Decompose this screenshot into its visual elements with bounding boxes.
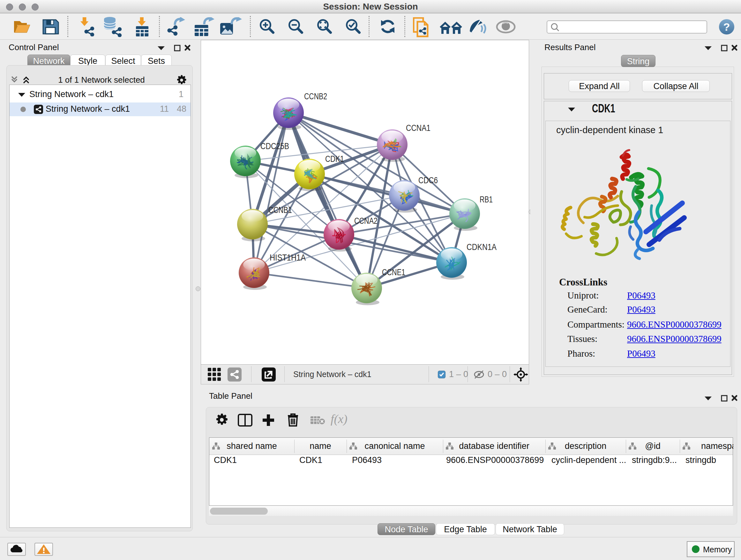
svg-text:CCNA2: CCNA2: [354, 216, 378, 226]
svg-text:CCNE1: CCNE1: [382, 267, 405, 277]
svg-text:CDK1: CDK1: [325, 154, 344, 164]
svg-text:CCNB2: CCNB2: [304, 91, 327, 101]
svg-text:CDC25B: CDC25B: [260, 141, 289, 151]
svg-text:RB1: RB1: [480, 195, 493, 204]
svg-text:HIST1H1A: HIST1H1A: [270, 253, 306, 262]
svg-text:CCNB1: CCNB1: [268, 205, 292, 215]
svg-text:CDKN1A: CDKN1A: [467, 242, 496, 252]
svg-text:CDC6: CDC6: [418, 176, 438, 185]
svg-text:CCNA1: CCNA1: [406, 123, 430, 133]
